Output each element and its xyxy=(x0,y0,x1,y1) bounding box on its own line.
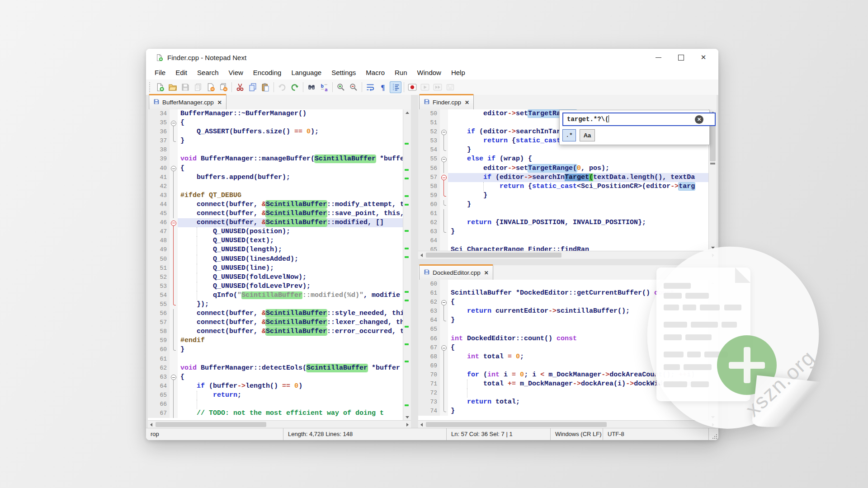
code-line-48[interactable]: 48 Q_UNUSED(text); xyxy=(148,236,403,245)
cut-icon[interactable] xyxy=(234,81,246,93)
code-text[interactable] xyxy=(178,400,403,409)
horizontal-scrollbar[interactable] xyxy=(418,251,717,259)
fold-marker[interactable] xyxy=(440,343,448,352)
scroll-right-icon[interactable] xyxy=(406,423,409,427)
fold-marker[interactable] xyxy=(170,164,178,173)
save-macro-icon[interactable] xyxy=(444,81,456,93)
code-line-49[interactable]: 49 Q_UNUSED(length); xyxy=(148,245,403,254)
scroll-left-icon[interactable] xyxy=(150,423,152,427)
code-line-74[interactable]: 74} xyxy=(418,407,709,416)
copy-icon[interactable] xyxy=(247,81,259,93)
code-line-61[interactable]: 61 xyxy=(418,209,709,218)
code-line-39[interactable]: 39void BufferManager::manageBuffer(Scint… xyxy=(148,155,403,164)
tab-close-icon[interactable]: ✕ xyxy=(217,99,222,106)
code-text[interactable]: #endif xyxy=(178,336,403,345)
code-line-40[interactable]: 40{ xyxy=(148,164,403,173)
code-line-60[interactable]: 60} xyxy=(148,345,403,354)
code-text[interactable] xyxy=(448,236,709,245)
zoom-out-icon[interactable] xyxy=(348,81,359,93)
code-text[interactable]: Q_UNUSED(foldLevelPrev); xyxy=(178,282,403,291)
undo-icon[interactable] xyxy=(276,81,288,93)
code-line-56[interactable]: 56 connect(buffer, &ScintillaBuffer::sty… xyxy=(148,309,403,318)
code-text[interactable]: Q_UNUSED(linesAdded); xyxy=(178,255,403,264)
code-text[interactable]: else if (wrap) { xyxy=(448,155,709,164)
play-macro-icon[interactable] xyxy=(419,81,431,93)
menu-encoding[interactable]: Encoding xyxy=(248,66,287,80)
code-line-36[interactable]: 36 Q_ASSERT(buffers.size() == 0); xyxy=(148,127,403,136)
code-line-35[interactable]: 35{ xyxy=(148,118,403,127)
code-line-34[interactable]: 34BufferManager::~BufferManager() xyxy=(148,109,403,118)
code-text[interactable]: } xyxy=(448,191,709,200)
code-text[interactable]: connect(buffer, &ScintillaBuffer::modify… xyxy=(178,200,403,209)
code-line-59[interactable]: 59 } xyxy=(418,191,709,200)
fold-marker[interactable] xyxy=(440,127,448,136)
code-line-50[interactable]: 50 Q_UNUSED(linesAdded); xyxy=(148,255,403,264)
menu-run[interactable]: Run xyxy=(390,66,412,80)
code-line-42[interactable]: 42 xyxy=(148,182,403,191)
code-line-58[interactable]: 58 return {static_cast<Sci_PositionCR>(e… xyxy=(418,182,709,191)
code-text[interactable]: } xyxy=(448,227,709,236)
resize-grip[interactable] xyxy=(712,434,717,439)
code-line-62[interactable]: 62void BufferManager::detectEols(Scintil… xyxy=(148,364,403,373)
vertical-splitter[interactable] xyxy=(411,95,418,428)
code-text[interactable] xyxy=(448,209,709,218)
code-text[interactable]: connect(buffer, &ScintillaBuffer::lexer_… xyxy=(178,318,403,327)
code-text[interactable] xyxy=(178,355,403,364)
show-all-characters-icon[interactable]: ¶ xyxy=(377,81,389,93)
redo-icon[interactable] xyxy=(289,81,301,93)
code-line-60[interactable]: 60 } xyxy=(418,200,709,209)
code-line-61[interactable]: 61 xyxy=(148,355,403,364)
code-text[interactable]: Q_UNUSED(length); xyxy=(178,245,403,254)
code-line-57[interactable]: 57 connect(buffer, &ScintillaBuffer::lex… xyxy=(148,318,403,327)
code-text[interactable]: } xyxy=(448,407,709,416)
code-text[interactable]: } xyxy=(448,200,709,209)
code-line-38[interactable]: 38 xyxy=(148,145,403,155)
code-text[interactable]: return {static_cast<Sci_PositionCR>(edit… xyxy=(448,182,709,191)
code-text[interactable]: return; xyxy=(178,391,403,400)
save-file-icon[interactable] xyxy=(179,81,191,93)
paste-icon[interactable] xyxy=(259,81,271,93)
code-line-63[interactable]: 63{ xyxy=(148,373,403,382)
fold-marker[interactable] xyxy=(170,118,178,127)
word-wrap-icon[interactable] xyxy=(364,81,376,93)
status-cursor-position[interactable]: Ln: 57 Col: 36 Sel: 7 | 1 xyxy=(446,428,550,440)
tab-finder-cpp[interactable]: Finder.cpp ✕ xyxy=(419,94,474,109)
code-text[interactable]: Q_UNUSED(position); xyxy=(178,227,403,236)
toolbar-drag-handle[interactable] xyxy=(149,82,152,92)
minimize-button[interactable] xyxy=(647,49,670,66)
code-text[interactable]: editor->setTargetRange(0, pos); xyxy=(448,164,709,173)
scroll-left-icon[interactable] xyxy=(420,423,423,427)
fold-marker[interactable] xyxy=(440,155,448,164)
vertical-scrollbar[interactable] xyxy=(403,109,411,421)
code-line-54[interactable]: 54 qInfo("ScintillaBuffer::modified(%d)"… xyxy=(148,291,403,300)
scrollbar-thumb[interactable] xyxy=(426,422,607,427)
code-text[interactable]: BufferManager::~BufferManager() xyxy=(178,109,403,118)
menu-search[interactable]: Search xyxy=(192,66,224,80)
maximize-button[interactable] xyxy=(670,49,692,66)
code-line-56[interactable]: 56 editor->setTargetRange(0, pos); xyxy=(418,164,709,173)
code-text[interactable]: connect(buffer, &ScintillaBuffer::style_… xyxy=(178,309,403,318)
status-eol-format[interactable]: Windows (CR LF) xyxy=(550,428,603,440)
code-line-55[interactable]: 55 else if (wrap) { xyxy=(418,155,709,164)
scrollbar-thumb[interactable] xyxy=(156,422,266,427)
code-text[interactable] xyxy=(178,182,403,191)
code-line-66[interactable]: 66 xyxy=(148,400,403,409)
code-text[interactable]: void BufferManager::manageBuffer(Scintil… xyxy=(178,155,403,164)
menu-view[interactable]: View xyxy=(224,66,248,80)
code-line-55[interactable]: 55 }); xyxy=(148,300,403,309)
code-text[interactable]: // TODO: not the most efficient way of d… xyxy=(178,409,403,418)
tab-dockededitor-cpp[interactable]: DockedEditor.cpp ✕ xyxy=(419,264,493,280)
scroll-up-icon[interactable] xyxy=(406,112,409,114)
code-text[interactable]: connect(buffer, &ScintillaBuffer::modifi… xyxy=(178,218,403,227)
code-text[interactable]: qInfo("ScintillaBuffer::modified(%d)", m… xyxy=(178,291,403,300)
code-text[interactable]: Q_UNUSED(line); xyxy=(178,264,403,273)
replace-icon[interactable]: ba xyxy=(318,81,330,93)
code-line-54[interactable]: 54 } xyxy=(418,145,709,155)
record-macro-icon[interactable] xyxy=(406,81,418,93)
horizontal-scrollbar[interactable] xyxy=(148,420,411,428)
code-line-43[interactable]: 43#ifdef QT_DEBUG xyxy=(148,191,403,200)
tab-buffermanager-cpp[interactable]: BufferManager.cpp ✕ xyxy=(149,94,226,109)
code-line-64[interactable]: 64 if (buffer->length() == 0) xyxy=(148,382,403,391)
regex-toggle-button[interactable]: .* xyxy=(562,129,576,141)
code-line-57[interactable]: 57 if (editor->searchInTarget(textData.l… xyxy=(418,173,709,182)
